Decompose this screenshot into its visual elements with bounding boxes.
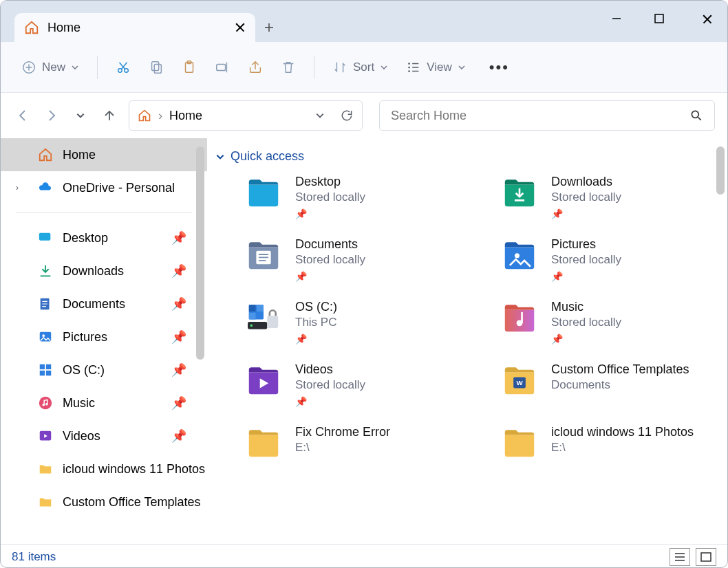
- chevron-down-icon[interactable]: [315, 111, 325, 120]
- item-name: icloud windows 11 Photos: [551, 425, 694, 439]
- svg-rect-20: [40, 371, 45, 375]
- folder-icon: [38, 461, 53, 477]
- chevron-right-icon[interactable]: ›: [16, 183, 19, 193]
- copy-button[interactable]: [142, 54, 171, 80]
- pin-icon: 📌: [295, 334, 337, 345]
- sidebar-item-documents[interactable]: Documents📌: [1, 287, 207, 320]
- search-input[interactable]: [391, 109, 689, 123]
- pin-icon: 📌: [551, 271, 621, 282]
- quick-access-desktop[interactable]: DesktopStored locally📌: [215, 175, 464, 219]
- thumbnails-view-button[interactable]: [696, 548, 716, 566]
- view-button[interactable]: View: [399, 54, 473, 80]
- svg-rect-38: [701, 553, 711, 561]
- address-bar[interactable]: › Home: [129, 100, 363, 131]
- item-name: Documents: [295, 237, 365, 252]
- svg-rect-31: [249, 313, 256, 320]
- close-tab-icon[interactable]: [235, 22, 246, 33]
- content-scrollbar[interactable]: [716, 146, 725, 195]
- recent-button[interactable]: [71, 106, 90, 125]
- pin-icon: 📌: [171, 428, 186, 444]
- window-controls: [595, 1, 723, 36]
- pin-icon: 📌: [171, 263, 186, 278]
- cut-button[interactable]: [109, 54, 138, 80]
- home-icon: [38, 147, 53, 162]
- forward-button[interactable]: [42, 106, 61, 125]
- sidebar-item-label: Videos: [63, 429, 100, 444]
- item-location: Stored locally: [551, 316, 621, 329]
- sidebar-item-pictures[interactable]: Pictures📌: [1, 320, 207, 353]
- share-button[interactable]: [241, 54, 270, 80]
- search-icon[interactable]: [689, 109, 703, 122]
- sidebar-item-onedrive[interactable]: › OneDrive - Personal: [1, 171, 207, 204]
- new-tab-button[interactable]: [255, 13, 283, 42]
- chevron-down-icon: [458, 63, 466, 72]
- videos-folder-icon: [243, 362, 284, 397]
- sidebar-item-label: OneDrive - Personal: [63, 181, 175, 195]
- divider: [16, 212, 192, 213]
- documents-folder-icon: [243, 237, 284, 272]
- quick-access-music[interactable]: MusicStored locally📌: [471, 300, 720, 345]
- item-location: Stored locally: [295, 378, 365, 392]
- details-view-button[interactable]: [670, 548, 690, 566]
- back-button[interactable]: [13, 106, 32, 125]
- quick-access-downloads[interactable]: DownloadsStored locally📌: [471, 175, 720, 219]
- chevron-down-icon: [215, 152, 225, 162]
- sidebar-item-os-c-[interactable]: OS (C:)📌: [1, 353, 207, 386]
- svg-rect-30: [257, 305, 264, 312]
- svg-point-24: [45, 403, 48, 406]
- delete-button[interactable]: [274, 54, 303, 80]
- paste-button[interactable]: [175, 54, 204, 80]
- sidebar-item-videos[interactable]: Videos📌: [1, 419, 207, 452]
- quick-access-header[interactable]: Quick access: [215, 149, 720, 164]
- quick-access-fix-chrome-error[interactable]: Fix Chrome ErrorE:\: [215, 425, 464, 459]
- search-bar[interactable]: [379, 100, 715, 131]
- sidebar-item-music[interactable]: Music📌: [1, 386, 207, 419]
- sidebar-item-icloud-windows-11-photos[interactable]: icloud windows 11 Photos: [1, 452, 207, 485]
- sidebar-item-home[interactable]: Home: [1, 138, 207, 171]
- trash-icon: [281, 60, 296, 75]
- documents-icon: [38, 296, 53, 312]
- svg-rect-19: [46, 364, 51, 369]
- svg-point-33: [250, 325, 253, 327]
- more-button[interactable]: •••: [482, 53, 516, 82]
- item-location: E:\: [295, 441, 390, 455]
- sidebar-scrollbar[interactable]: [196, 146, 204, 360]
- toolbar: New Sort View •••: [1, 42, 727, 93]
- sidebar-item-desktop[interactable]: Desktop📌: [1, 221, 207, 254]
- quick-access-os-c-[interactable]: OS (C:)This PC📌: [215, 300, 464, 345]
- rename-button[interactable]: [208, 54, 237, 80]
- item-name: Videos: [295, 362, 365, 377]
- new-button[interactable]: New: [14, 54, 86, 80]
- share-icon: [248, 60, 263, 75]
- tab-home[interactable]: Home: [14, 13, 255, 42]
- up-button[interactable]: [100, 106, 119, 125]
- item-count: 81 items: [12, 550, 56, 564]
- sort-label: Sort: [353, 61, 374, 74]
- sidebar-item-downloads[interactable]: Downloads📌: [1, 254, 207, 287]
- quick-access-icloud-windows-11-photos[interactable]: icloud windows 11 PhotosE:\: [471, 425, 720, 459]
- refresh-button[interactable]: [340, 109, 354, 122]
- sidebar-item-custom-office-templates[interactable]: Custom Office Templates: [1, 485, 207, 518]
- svg-point-27: [515, 253, 520, 258]
- desktop-folder-icon: [243, 175, 284, 209]
- item-location: Stored locally: [295, 190, 365, 204]
- folder-icon: [499, 425, 540, 459]
- svg-rect-34: [267, 316, 278, 328]
- quick-access-custom-office-templates[interactable]: WCustom Office TemplatesDocuments: [471, 362, 720, 407]
- svg-rect-9: [217, 64, 226, 70]
- quick-access-pictures[interactable]: PicturesStored locally📌: [471, 237, 720, 282]
- maximize-button[interactable]: [638, 1, 681, 36]
- new-label: New: [42, 61, 65, 74]
- item-location: This PC: [295, 316, 337, 329]
- close-button[interactable]: [681, 1, 723, 36]
- svg-rect-21: [46, 371, 51, 375]
- quick-access-videos[interactable]: VideosStored locally📌: [215, 362, 464, 407]
- minimize-button[interactable]: [595, 1, 638, 36]
- videos-icon: [38, 428, 53, 444]
- desktop-icon: [38, 230, 53, 245]
- drive-icon: [38, 362, 53, 378]
- divider: [97, 56, 98, 79]
- pin-icon: 📌: [171, 329, 186, 345]
- quick-access-documents[interactable]: DocumentsStored locally📌: [215, 237, 464, 282]
- sort-button[interactable]: Sort: [325, 54, 395, 80]
